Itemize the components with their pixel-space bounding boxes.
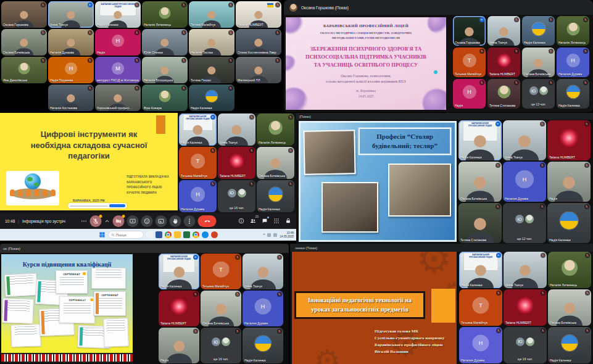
participant-tile[interactable]: ТТетьяна Матвійчук — [201, 254, 241, 289]
notepad-icon[interactable] — [146, 231, 153, 238]
start-button[interactable] — [99, 231, 106, 238]
participant-tile[interactable]: Мметодист ПКСіД м.Житомира — [95, 57, 141, 83]
participant-tile[interactable]: Надія — [159, 328, 199, 363]
mic-options-button[interactable] — [104, 215, 110, 227]
participant-tile[interactable]: Наталія Литвинець — [557, 16, 589, 46]
participant-tile[interactable]: Ірина Ткачук — [243, 254, 283, 289]
participant-tile[interactable]: Надія Каленюк — [547, 203, 591, 243]
participant-tile[interactable]: Tatiana HUMBERT — [504, 289, 547, 326]
meeting-info-label[interactable]: Інформація про зустріч — [22, 219, 65, 223]
participant-tile[interactable]: Наталія Литвинець — [142, 1, 188, 28]
edge-icon[interactable] — [202, 231, 209, 238]
photos-icon[interactable] — [193, 231, 199, 238]
participant-tile[interactable]: Tatiana HUMBERT — [218, 147, 255, 179]
tray-icon[interactable] — [273, 233, 277, 237]
participant-tile[interactable]: Юще 12 чол. — [503, 203, 546, 243]
stop-sharing-button[interactable] — [109, 204, 125, 208]
participant-tile[interactable]: Надія Каленюк — [522, 16, 555, 46]
participant-tile[interactable]: БАРАНІВСЬКИЙ ПРОФЕСІЙНИЙ ЛІЦЕЙНадія Кале… — [159, 254, 199, 289]
participant-tile[interactable]: Надія Каленюк — [257, 180, 294, 212]
participant-tile[interactable]: Тетяна Степанова — [458, 203, 502, 243]
participant-tile[interactable]: ТТетьяна Матвійчук — [459, 289, 502, 326]
participant-tile[interactable]: Надія Каленюк — [557, 79, 589, 109]
participant-tile[interactable]: Наталія Дунаєва — [48, 29, 94, 56]
participant-tile[interactable]: ННадія — [95, 29, 141, 56]
participant-tile[interactable]: Ірина Ткачук — [218, 114, 255, 146]
present-screen-button[interactable] — [127, 215, 139, 227]
participant-tile[interactable]: Юще 13 чол. — [522, 79, 555, 109]
participant-tile[interactable]: Яна Данилівська — [1, 57, 47, 83]
participant-tile[interactable]: ННадія Поданева — [48, 57, 94, 83]
participant-tile[interactable]: Ірина Ткачук — [503, 120, 546, 160]
participant-tile[interactable]: ННаталия Дурава — [557, 48, 589, 77]
more-vert-button[interactable] — [184, 215, 196, 227]
participant-tile[interactable]: ННадія — [453, 79, 486, 109]
participant-tile[interactable]: ННаталия Дурава — [243, 291, 283, 326]
screen-share-notification[interactable] — [68, 203, 127, 209]
camera-button[interactable] — [113, 215, 125, 227]
participant-tile[interactable]: БАРАНІВСЬКИЙ ПРОФЕСІЙНИЙ ЛІЦЕЙНадія Кале… — [179, 114, 217, 146]
participant-tile[interactable]: Юще 16 чол. — [201, 328, 241, 363]
participant-tile[interactable]: Ірина Ткачук — [48, 1, 94, 28]
raise-hand-button[interactable] — [170, 215, 181, 227]
participant-tile[interactable]: Хорошівський професі… — [95, 85, 141, 111]
participant-tile[interactable]: Надія — [547, 162, 591, 202]
participant-tile[interactable]: Tatiana HUMBERT — [159, 291, 199, 326]
participant-tile[interactable]: Оксана Бичківська — [522, 48, 555, 77]
participant-tile[interactable]: Тетяна Степанова — [487, 79, 520, 109]
microphone-button[interactable] — [90, 215, 102, 227]
participant-tile[interactable]: Оксана Бичківська — [257, 147, 294, 179]
participant-tile[interactable]: Tatiana HUMBERT — [236, 1, 281, 28]
participant-tile[interactable]: Надія Каленюк — [189, 85, 234, 111]
tray-expand-icon[interactable]: ^ — [263, 233, 265, 237]
participant-tile[interactable]: Ірина Ткачук — [504, 252, 547, 288]
participant-tile[interactable]: Малинський ПЛ — [236, 57, 281, 83]
participant-tile[interactable]: ННаталия Дурава — [459, 327, 502, 363]
participant-tile[interactable]: Оксана Бичківська — [548, 289, 591, 326]
participant-tile[interactable]: Юще 16 чол. — [504, 327, 547, 363]
participant-tile[interactable]: Наталія Костюкова — [48, 85, 94, 111]
participant-tile[interactable]: Тетяна Матвійчук — [189, 1, 234, 28]
participant-tile[interactable]: Оксана Бичківська — [201, 291, 241, 326]
participant-tile[interactable]: ТТетьяна Матвійчук — [453, 48, 486, 77]
activities-icon[interactable] — [273, 218, 280, 224]
excel-icon[interactable] — [183, 231, 190, 238]
more-options-button[interactable] — [80, 215, 88, 227]
tray-icon[interactable] — [267, 233, 271, 237]
participant-tile[interactable]: Оксана Горшкова — [1, 1, 47, 28]
host-controls-icon[interactable] — [285, 218, 291, 224]
participant-tile[interactable]: Наталія Литвинець — [548, 252, 591, 288]
participants-icon[interactable]: 25 — [250, 218, 256, 224]
participant-tile[interactable]: БАРАНІВСЬКИЙ ПРОФЕСІЙНИЙ ЛІЦЕЙНадія Кале… — [95, 1, 141, 28]
end-call-button[interactable] — [198, 215, 217, 227]
reactions-button[interactable] — [141, 215, 153, 227]
search-input[interactable]: Пошук — [108, 231, 144, 239]
participant-tile[interactable]: Юще 16 чол. — [218, 180, 255, 212]
participant-tile[interactable]: Оксана Бичківська — [1, 29, 47, 56]
participant-tile[interactable]: Надія Каленюк — [243, 328, 283, 363]
participant-tile[interactable]: ННаталия Дурава — [503, 162, 546, 202]
participant-tile[interactable]: Наталія Литвинець — [257, 114, 294, 146]
captions-button[interactable] — [156, 215, 167, 227]
participant-tile[interactable]: Надія Каленюк — [548, 327, 591, 363]
participant-tile[interactable]: Віра Кожара — [142, 85, 188, 111]
participant-tile[interactable]: Наталія Теслюк — [189, 29, 234, 56]
powerpoint-icon[interactable] — [211, 231, 218, 238]
participant-tile[interactable]: Наталія Білошицька — [142, 57, 188, 83]
participant-tile[interactable]: ТТетьяна Матвійчук — [179, 147, 217, 179]
participant-tile[interactable]: Юлія Оленюк — [142, 29, 188, 56]
participant-tile[interactable]: Олена Костянтинівна Лавр… — [236, 29, 281, 56]
word-icon[interactable] — [156, 231, 162, 238]
taskbar-clock[interactable]: 10:48 14.05.2025 — [280, 231, 294, 239]
participant-tile[interactable]: Оксана Горшкова — [453, 16, 486, 46]
meeting-info-icon[interactable] — [238, 218, 244, 224]
participant-tile[interactable]: Оксана Бичківська — [458, 162, 502, 202]
file-explorer-icon[interactable] — [174, 231, 181, 238]
participant-tile[interactable]: Ірина Ткачук — [487, 16, 520, 46]
participant-tile[interactable]: Tatiana HUMBERT — [547, 120, 591, 160]
participant-tile[interactable]: БАРАНІВСЬКИЙ ПРОФЕСІЙНИЙ ЛІЦЕЙНадія Кале… — [459, 252, 502, 288]
participant-tile[interactable]: Tatiana HUMBERT — [487, 48, 520, 77]
chat-icon[interactable] — [262, 218, 268, 224]
participant-tile[interactable]: БАРАНІВСЬКИЙ ПРОФЕСІЙНИЙ ЛІЦЕЙНадія Кале… — [458, 120, 502, 160]
participant-tile[interactable]: Тетяна Пешко — [189, 57, 234, 83]
